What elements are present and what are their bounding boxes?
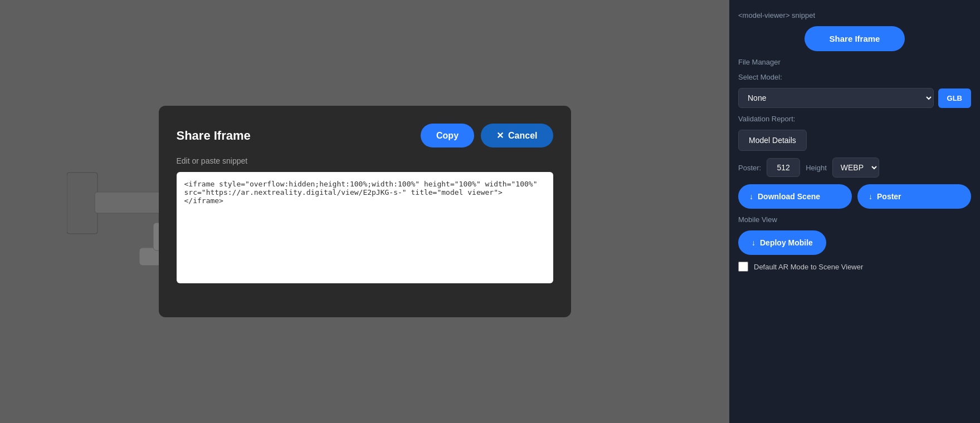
- ar-mode-row: Default AR Mode to Scene Viewer: [738, 262, 971, 272]
- poster-size-input[interactable]: [767, 158, 800, 177]
- deploy-icon: ↓: [752, 238, 755, 247]
- poster-button[interactable]: ↓ Poster: [857, 184, 971, 209]
- height-label: Height: [806, 164, 827, 172]
- ar-mode-label: Default AR Mode to Scene Viewer: [754, 263, 863, 271]
- cancel-button[interactable]: ✕ Cancel: [481, 124, 553, 147]
- modal-title: Share Iframe: [177, 129, 251, 143]
- ar-mode-checkbox[interactable]: [738, 262, 748, 272]
- select-model-dropdown[interactable]: None: [738, 88, 934, 108]
- download-scene-icon: ↓: [749, 192, 753, 201]
- file-manager-label: File Manager: [738, 58, 971, 66]
- select-model-row: None GLB: [738, 88, 971, 108]
- share-iframe-button[interactable]: Share Iframe: [805, 26, 905, 51]
- modal-overlay: Share Iframe Copy ✕ Cancel Edit or paste…: [0, 0, 729, 423]
- modal-header: Share Iframe Copy ✕ Cancel: [177, 124, 553, 147]
- mobile-view-label: Mobile View: [738, 215, 971, 224]
- deploy-mobile-button[interactable]: ↓ Deploy Mobile: [738, 230, 826, 255]
- right-sidebar: <model-viewer> snippet Share Iframe File…: [729, 0, 980, 423]
- select-model-label: Select Model:: [738, 73, 971, 81]
- modal-actions: Copy ✕ Cancel: [421, 124, 553, 147]
- format-select[interactable]: WEBP PNG JPEG: [832, 158, 879, 178]
- snippet-textarea[interactable]: [177, 172, 553, 283]
- snippet-label: <model-viewer> snippet: [738, 9, 971, 19]
- poster-row: Poster: Height WEBP PNG JPEG: [738, 158, 971, 178]
- download-scene-button[interactable]: ↓ Download Scene: [738, 184, 852, 209]
- glb-upload-button[interactable]: GLB: [938, 88, 971, 108]
- poster-icon: ↓: [869, 192, 872, 201]
- modal-subtitle: Edit or paste snippet: [177, 156, 553, 165]
- model-details-button[interactable]: Model Details: [738, 130, 807, 151]
- download-row: ↓ Download Scene ↓ Poster: [738, 184, 971, 209]
- validation-report-label: Validation Report:: [738, 115, 971, 123]
- main-viewport: Share Iframe Copy ✕ Cancel Edit or paste…: [0, 0, 729, 423]
- cancel-x-icon: ✕: [496, 130, 504, 141]
- poster-label: Poster:: [738, 164, 761, 172]
- share-iframe-modal: Share Iframe Copy ✕ Cancel Edit or paste…: [159, 106, 571, 317]
- copy-button[interactable]: Copy: [421, 124, 474, 147]
